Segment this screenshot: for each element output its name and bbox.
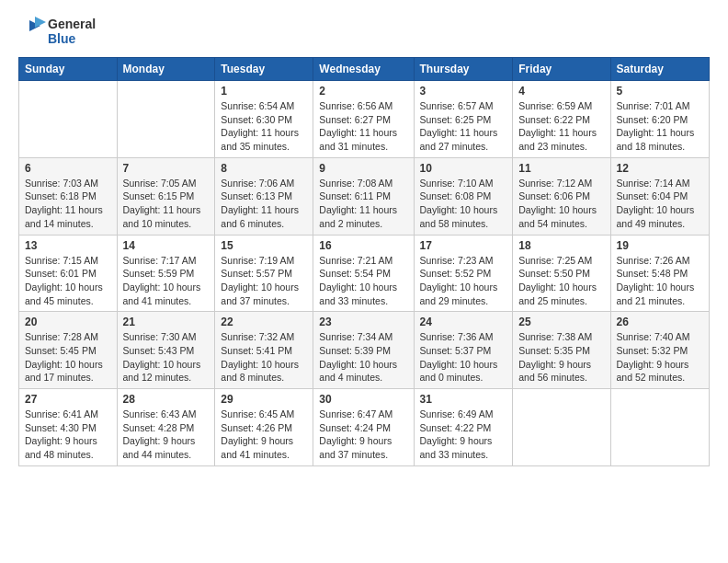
- cell-details: Sunrise: 7:26 AM Sunset: 5:48 PM Dayligh…: [617, 254, 703, 308]
- logo-general-text: General: [48, 17, 96, 31]
- calendar-cell: 30Sunrise: 6:47 AM Sunset: 4:24 PM Dayli…: [313, 389, 414, 466]
- day-number: 14: [123, 239, 210, 252]
- calendar-cell: 17Sunrise: 7:23 AM Sunset: 5:52 PM Dayli…: [414, 235, 513, 312]
- day-number: 9: [319, 162, 407, 175]
- day-number: 5: [617, 85, 703, 98]
- weekday-header-cell: Wednesday: [313, 58, 414, 81]
- day-number: 4: [518, 85, 604, 98]
- calendar-cell: 10Sunrise: 7:10 AM Sunset: 6:08 PM Dayli…: [414, 157, 513, 235]
- cell-details: Sunrise: 7:12 AM Sunset: 6:06 PM Dayligh…: [518, 177, 604, 231]
- day-number: 6: [25, 162, 111, 175]
- cell-details: Sunrise: 7:08 AM Sunset: 6:11 PM Dayligh…: [319, 177, 407, 231]
- day-number: 2: [319, 85, 407, 98]
- day-number: 31: [420, 393, 507, 406]
- day-number: 26: [617, 316, 703, 328]
- calendar-cell: 9Sunrise: 7:08 AM Sunset: 6:11 PM Daylig…: [313, 157, 414, 235]
- day-number: 17: [420, 239, 507, 252]
- calendar-cell: 28Sunrise: 6:43 AM Sunset: 4:28 PM Dayli…: [117, 389, 215, 466]
- weekday-header-cell: Tuesday: [215, 58, 313, 81]
- calendar-cell: 2Sunrise: 6:56 AM Sunset: 6:27 PM Daylig…: [313, 81, 414, 158]
- cell-details: Sunrise: 7:34 AM Sunset: 5:39 PM Dayligh…: [319, 330, 407, 385]
- weekday-header-cell: Saturday: [610, 58, 709, 81]
- cell-details: Sunrise: 6:47 AM Sunset: 4:24 PM Dayligh…: [319, 408, 407, 462]
- calendar-cell: 26Sunrise: 7:40 AM Sunset: 5:32 PM Dayli…: [610, 312, 709, 389]
- cell-details: Sunrise: 7:40 AM Sunset: 5:32 PM Dayligh…: [617, 330, 703, 385]
- weekday-header-cell: Thursday: [414, 58, 513, 81]
- calendar-cell: 15Sunrise: 7:19 AM Sunset: 5:57 PM Dayli…: [215, 235, 313, 312]
- day-number: 1: [221, 85, 307, 98]
- cell-details: Sunrise: 7:25 AM Sunset: 5:50 PM Dayligh…: [518, 254, 604, 308]
- calendar-cell: 23Sunrise: 7:34 AM Sunset: 5:39 PM Dayli…: [313, 312, 414, 389]
- cell-details: Sunrise: 7:14 AM Sunset: 6:04 PM Dayligh…: [617, 177, 703, 231]
- cell-details: Sunrise: 7:21 AM Sunset: 5:54 PM Dayligh…: [319, 254, 407, 308]
- calendar-cell: 31Sunrise: 6:49 AM Sunset: 4:22 PM Dayli…: [414, 389, 513, 466]
- day-number: 23: [319, 316, 407, 328]
- cell-details: Sunrise: 6:43 AM Sunset: 4:28 PM Dayligh…: [123, 408, 210, 462]
- cell-details: Sunrise: 6:57 AM Sunset: 6:25 PM Dayligh…: [420, 99, 507, 154]
- calendar-cell: 19Sunrise: 7:26 AM Sunset: 5:48 PM Dayli…: [610, 235, 709, 312]
- calendar-cell: 12Sunrise: 7:14 AM Sunset: 6:04 PM Dayli…: [610, 157, 709, 235]
- calendar-cell: [117, 81, 215, 158]
- logo-blue-text: Blue: [48, 31, 96, 46]
- calendar-cell: [513, 389, 610, 466]
- day-number: 28: [123, 393, 210, 406]
- day-number: 21: [123, 316, 210, 328]
- cell-details: Sunrise: 7:23 AM Sunset: 5:52 PM Dayligh…: [420, 254, 507, 308]
- calendar-cell: 4Sunrise: 6:59 AM Sunset: 6:22 PM Daylig…: [513, 81, 610, 158]
- calendar-week-row: 20Sunrise: 7:28 AM Sunset: 5:45 PM Dayli…: [19, 312, 710, 389]
- cell-details: Sunrise: 6:45 AM Sunset: 4:26 PM Dayligh…: [221, 408, 307, 462]
- day-number: 22: [221, 316, 307, 328]
- cell-details: Sunrise: 7:38 AM Sunset: 5:35 PM Dayligh…: [518, 330, 604, 385]
- cell-details: Sunrise: 6:56 AM Sunset: 6:27 PM Dayligh…: [319, 99, 407, 154]
- cell-details: Sunrise: 7:28 AM Sunset: 5:45 PM Dayligh…: [25, 330, 111, 385]
- calendar-cell: 29Sunrise: 6:45 AM Sunset: 4:26 PM Dayli…: [215, 389, 313, 466]
- calendar-header: SundayMondayTuesdayWednesdayThursdayFrid…: [19, 58, 710, 81]
- calendar-cell: [610, 389, 709, 466]
- calendar-table: SundayMondayTuesdayWednesdayThursdayFrid…: [18, 57, 710, 466]
- calendar-cell: 7Sunrise: 7:05 AM Sunset: 6:15 PM Daylig…: [117, 157, 215, 235]
- calendar-cell: 24Sunrise: 7:36 AM Sunset: 5:37 PM Dayli…: [414, 312, 513, 389]
- svg-marker-1: [35, 17, 46, 28]
- calendar-cell: 11Sunrise: 7:12 AM Sunset: 6:06 PM Dayli…: [513, 157, 610, 235]
- calendar-cell: 8Sunrise: 7:06 AM Sunset: 6:13 PM Daylig…: [215, 157, 313, 235]
- calendar-cell: 16Sunrise: 7:21 AM Sunset: 5:54 PM Dayli…: [313, 235, 414, 312]
- cell-details: Sunrise: 7:05 AM Sunset: 6:15 PM Dayligh…: [123, 177, 210, 231]
- calendar-week-row: 1Sunrise: 6:54 AM Sunset: 6:30 PM Daylig…: [19, 81, 710, 158]
- header: GeneralBlue: [18, 15, 710, 48]
- weekday-header-cell: Monday: [117, 58, 215, 81]
- calendar-cell: 1Sunrise: 6:54 AM Sunset: 6:30 PM Daylig…: [215, 81, 313, 158]
- calendar-week-row: 13Sunrise: 7:15 AM Sunset: 6:01 PM Dayli…: [19, 235, 710, 312]
- cell-details: Sunrise: 7:32 AM Sunset: 5:41 PM Dayligh…: [221, 330, 307, 385]
- day-number: 20: [25, 316, 111, 328]
- page: GeneralBlue SundayMondayTuesdayWednesday…: [0, 0, 728, 476]
- weekday-header-cell: Friday: [513, 58, 610, 81]
- calendar-week-row: 6Sunrise: 7:03 AM Sunset: 6:18 PM Daylig…: [19, 157, 710, 235]
- cell-details: Sunrise: 7:30 AM Sunset: 5:43 PM Dayligh…: [123, 330, 210, 385]
- weekday-header-cell: Sunday: [19, 58, 118, 81]
- logo-bird-icon: [18, 15, 48, 48]
- day-number: 18: [518, 239, 604, 252]
- day-number: 11: [518, 162, 604, 175]
- day-number: 12: [617, 162, 703, 175]
- calendar-cell: 6Sunrise: 7:03 AM Sunset: 6:18 PM Daylig…: [19, 157, 118, 235]
- calendar-cell: 5Sunrise: 7:01 AM Sunset: 6:20 PM Daylig…: [610, 81, 709, 158]
- calendar-cell: 13Sunrise: 7:15 AM Sunset: 6:01 PM Dayli…: [19, 235, 118, 312]
- calendar-cell: 14Sunrise: 7:17 AM Sunset: 5:59 PM Dayli…: [117, 235, 215, 312]
- calendar-body: 1Sunrise: 6:54 AM Sunset: 6:30 PM Daylig…: [19, 81, 710, 466]
- day-number: 19: [617, 239, 703, 252]
- cell-details: Sunrise: 6:59 AM Sunset: 6:22 PM Dayligh…: [518, 99, 604, 154]
- cell-details: Sunrise: 7:06 AM Sunset: 6:13 PM Dayligh…: [221, 177, 307, 231]
- day-number: 30: [319, 393, 407, 406]
- calendar-cell: 20Sunrise: 7:28 AM Sunset: 5:45 PM Dayli…: [19, 312, 118, 389]
- cell-details: Sunrise: 6:54 AM Sunset: 6:30 PM Dayligh…: [221, 99, 307, 154]
- calendar-week-row: 27Sunrise: 6:41 AM Sunset: 4:30 PM Dayli…: [19, 389, 710, 466]
- weekday-header-row: SundayMondayTuesdayWednesdayThursdayFrid…: [19, 58, 710, 81]
- calendar-cell: 25Sunrise: 7:38 AM Sunset: 5:35 PM Dayli…: [513, 312, 610, 389]
- day-number: 25: [518, 316, 604, 328]
- cell-details: Sunrise: 6:41 AM Sunset: 4:30 PM Dayligh…: [25, 408, 111, 462]
- calendar-cell: 22Sunrise: 7:32 AM Sunset: 5:41 PM Dayli…: [215, 312, 313, 389]
- calendar-cell: [19, 81, 118, 158]
- logo: GeneralBlue: [18, 15, 96, 48]
- cell-details: Sunrise: 7:03 AM Sunset: 6:18 PM Dayligh…: [25, 177, 111, 231]
- calendar-cell: 27Sunrise: 6:41 AM Sunset: 4:30 PM Dayli…: [19, 389, 118, 466]
